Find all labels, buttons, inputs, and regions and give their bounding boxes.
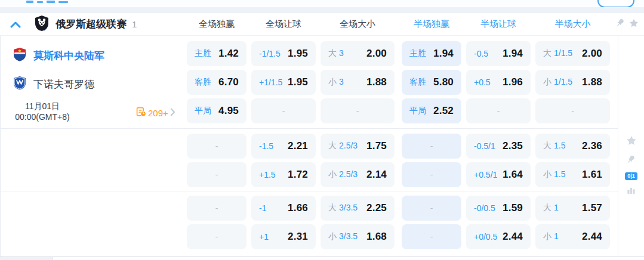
odds-cell-ou[interactable]: 大1.52.36 [535, 134, 610, 159]
odds-cell-ou[interactable]: 小2.5/32.14 [321, 162, 395, 187]
more-markets-link[interactable]: 209+ [136, 107, 175, 119]
odds-cell-win[interactable]: 客胜5.80 [402, 70, 461, 95]
clipped-pill-button[interactable] [597, 0, 634, 7]
odds-cell-empty: - [187, 162, 246, 187]
over-under-char: 小 [328, 169, 337, 179]
odds-cell-hcp[interactable]: -1/1.51.95 [251, 41, 316, 66]
odds-cell-ou[interactable]: 小12.44 [535, 224, 610, 249]
odds-cell-win[interactable]: 平局4.95 [187, 98, 246, 123]
odds-cell-ou[interactable]: 大1/1.52.00 [535, 41, 610, 66]
row-label-spacer [0, 134, 187, 159]
odds-row: --1.52.21大2.5/31.75--0.5/12.35大1.52.36 [0, 134, 644, 159]
odds-cell-hcp[interactable]: -0.5/12.35 [466, 134, 531, 159]
odds-cell-hcp[interactable]: -11.66 [251, 196, 316, 221]
market-column-headers: 全场独赢 全场让球 全场大小 半场独赢 半场让球 半场大小 [187, 13, 610, 35]
selection-label: +1 [259, 232, 269, 242]
star-icon[interactable] [628, 18, 639, 31]
odds-value: 1.94 [433, 48, 454, 60]
next-section-label-cell [0, 257, 53, 260]
odds-value: 1.72 [288, 169, 308, 181]
odds-cell-hcp[interactable]: -0/0.51.59 [466, 196, 531, 221]
odds-value: 2.31 [288, 231, 308, 243]
bar-chart-icon[interactable] [626, 185, 636, 198]
odds-board: 俄罗斯超级联赛 1 全场独赢 全场让球 全场大小 半场独赢 半场让球 半场大小 [0, 0, 644, 260]
odds-cell-hcp[interactable]: +0.5/11.64 [466, 162, 531, 187]
odds-value: 1.94 [503, 48, 523, 60]
odds-cell-win[interactable]: 平局2.52 [402, 98, 461, 123]
dash-placeholder: - [430, 203, 433, 213]
odds-value: 2.14 [366, 169, 387, 181]
fixture-info: 莫斯科中央陆军 下诺夫哥罗德 11月01日 00:00(GMT+8) [1, 41, 187, 127]
selection-label: 平局 [409, 106, 426, 116]
odds-cell-win[interactable]: 客胜6.70 [187, 70, 246, 95]
odds-value: 1.88 [366, 76, 387, 88]
selection-label: 客胜 [409, 77, 426, 88]
odds-cell-ou[interactable]: 小31.88 [321, 70, 395, 95]
odds-cell-hcp[interactable]: -0.51.94 [466, 41, 531, 66]
league-header: 俄罗斯超级联赛 1 全场独赢 全场让球 全场大小 半场独赢 半场让球 半场大小 [0, 13, 644, 36]
odds-value: 1.88 [582, 76, 602, 88]
odds-cell-empty: - [402, 162, 461, 187]
odds-cell-ou[interactable]: 大32.00 [321, 41, 395, 66]
pin-icon[interactable] [626, 154, 636, 167]
home-team-row[interactable]: 莫斯科中央陆军 [1, 41, 187, 70]
collapse-chevron-up-icon[interactable] [10, 20, 22, 29]
odds-cell-hcp[interactable]: +0/0.52.44 [466, 224, 531, 249]
odds-value: 1.42 [218, 48, 239, 60]
odds-cell-win[interactable]: 主胜1.42 [187, 41, 246, 66]
odds-cell-empty: - [251, 98, 316, 123]
line-value: 3/3.5 [339, 203, 358, 212]
over-under-char: 大 [328, 48, 337, 58]
odds-cell-empty: - [402, 224, 461, 249]
line-value: 3 [339, 48, 344, 58]
odds-cell-ou[interactable]: 大11.57 [535, 196, 610, 221]
alt-lines-section-2: --11.66大3/3.52.25--0/0.51.59大11.57-+12.3… [0, 196, 644, 249]
col-header-halftime-1x2: 半场独赢 [402, 18, 461, 30]
home-team-name: 莫斯科中央陆军 [33, 49, 104, 63]
line-value: 2.5/3 [339, 141, 358, 150]
odds-cell-hcp[interactable]: +12.31 [251, 224, 316, 249]
odds-cell-ou[interactable]: 小1.51.61 [535, 162, 610, 187]
odds-cell-ou[interactable]: 小3/3.51.68 [321, 224, 395, 249]
odds-cell-win[interactable]: 主胜1.94 [402, 41, 461, 66]
odds-cell-empty: - [321, 98, 395, 123]
dash-placeholder: - [215, 232, 218, 242]
away-team-row[interactable]: 下诺夫哥罗德 [1, 70, 187, 98]
selection-label: 主胜 [409, 48, 426, 59]
odds-row: --11.66大3/3.52.25--0/0.51.59大11.57 [0, 196, 644, 221]
odds-row: -+1.51.72小2.5/32.14-+0.5/11.64小1.51.61 [0, 162, 644, 187]
odds-cell-hcp[interactable]: +1/1.51.95 [251, 70, 316, 95]
odds-value: 1.61 [582, 169, 602, 181]
odds-row: -+12.31小3/3.51.68-+0/0.52.44小12.44 [0, 224, 644, 249]
clipped-top-bar [0, 0, 644, 7]
selection-label: 客胜 [195, 77, 211, 88]
right-tool-rail: 0|1 [618, 36, 644, 256]
odds-value: 1.68 [366, 231, 387, 243]
line-value: 3 [339, 77, 344, 86]
odds-cell-ou[interactable]: 大2.5/31.75 [321, 134, 395, 159]
odds-cell-ou[interactable]: 小1/1.51.88 [535, 70, 610, 95]
star-icon[interactable] [625, 135, 637, 149]
odds-format-badge[interactable]: 0|1 [625, 172, 637, 180]
selection-label: 小1 [543, 231, 559, 242]
odds-value: 2.36 [582, 140, 602, 152]
odds-value: 4.95 [218, 105, 239, 117]
selection-label: 大1.5 [543, 141, 565, 151]
selection-label: -1 [259, 203, 266, 213]
odds-cell-empty: - [187, 134, 246, 159]
odds-cell-hcp[interactable]: +1.51.72 [251, 162, 316, 187]
col-header-fulltime-overunder: 全场大小 [321, 18, 395, 30]
odds-cell-hcp[interactable]: -1.52.21 [251, 134, 316, 159]
dash-placeholder: - [571, 106, 574, 116]
pin-icon[interactable] [615, 18, 625, 30]
selection-label: 大3 [328, 48, 344, 59]
over-under-char: 小 [543, 231, 551, 241]
more-markets-count: 209+ [148, 108, 168, 118]
odds-cell-hcp[interactable]: +0.51.96 [466, 70, 531, 95]
dash-placeholder: - [430, 141, 433, 151]
odds-value: 2.25 [366, 202, 387, 214]
selection-label: -1.5 [259, 141, 273, 151]
dash-placeholder: - [356, 106, 359, 116]
over-under-char: 小 [543, 169, 551, 179]
odds-cell-ou[interactable]: 大3/3.52.25 [321, 196, 395, 221]
